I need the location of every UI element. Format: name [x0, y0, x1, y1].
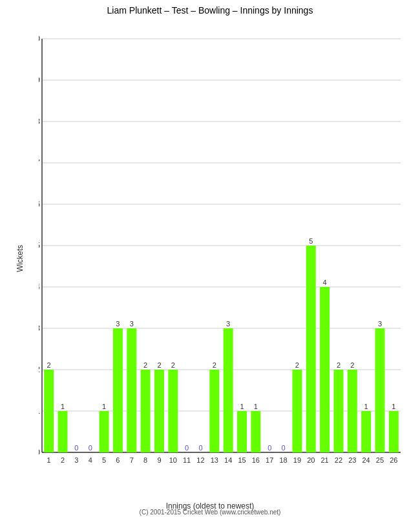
svg-text:11: 11	[183, 456, 191, 464]
svg-text:14: 14	[224, 456, 232, 464]
svg-text:6: 6	[39, 199, 40, 209]
svg-text:19: 19	[293, 456, 301, 464]
svg-rect-62	[237, 411, 247, 452]
svg-text:22: 22	[335, 456, 342, 464]
svg-text:10: 10	[169, 456, 177, 464]
svg-text:2: 2	[213, 361, 216, 369]
svg-text:8: 8	[39, 116, 40, 126]
svg-text:23: 23	[348, 456, 356, 464]
svg-text:7: 7	[39, 158, 40, 167]
svg-text:0: 0	[268, 444, 271, 452]
svg-text:3: 3	[378, 320, 382, 328]
svg-rect-87	[361, 411, 371, 452]
svg-text:24: 24	[362, 456, 370, 464]
svg-text:12: 12	[196, 456, 204, 464]
svg-text:5: 5	[39, 240, 40, 250]
svg-text:5: 5	[102, 456, 106, 464]
svg-rect-34	[100, 411, 109, 452]
svg-text:4: 4	[89, 456, 92, 464]
chart-container: Liam Plunkett – Test – Bowling – Innings…	[0, 0, 420, 517]
svg-text:1: 1	[364, 403, 368, 410]
svg-text:10: 10	[39, 34, 40, 43]
svg-text:1: 1	[39, 406, 40, 416]
svg-text:4: 4	[39, 282, 40, 291]
svg-text:25: 25	[376, 456, 384, 464]
svg-text:3: 3	[39, 323, 40, 333]
y-axis-label: Wickets	[16, 245, 25, 272]
svg-rect-27	[58, 411, 68, 452]
svg-text:8: 8	[143, 456, 147, 464]
svg-text:0: 0	[185, 444, 189, 452]
svg-rect-81	[333, 370, 343, 452]
svg-text:1: 1	[61, 403, 65, 410]
svg-text:3: 3	[74, 456, 78, 464]
svg-text:18: 18	[279, 456, 287, 464]
svg-text:0: 0	[39, 447, 40, 457]
svg-text:2: 2	[47, 361, 51, 369]
svg-text:2: 2	[350, 361, 354, 369]
svg-rect-65	[251, 411, 260, 452]
svg-rect-46	[154, 370, 164, 452]
svg-text:0: 0	[198, 444, 202, 452]
svg-rect-84	[348, 370, 357, 452]
svg-text:13: 13	[211, 456, 218, 464]
copyright-text: (C) 2001-2015 Cricket Web (www.cricketwe…	[0, 509, 420, 516]
svg-text:6: 6	[116, 456, 120, 464]
svg-rect-37	[113, 328, 123, 452]
svg-rect-40	[127, 328, 136, 452]
svg-rect-72	[292, 370, 302, 452]
svg-text:26: 26	[390, 456, 397, 464]
svg-rect-59	[224, 328, 233, 452]
svg-text:1: 1	[392, 403, 395, 410]
svg-rect-78	[320, 287, 330, 452]
svg-text:1: 1	[102, 403, 106, 410]
svg-text:0: 0	[89, 444, 92, 452]
svg-text:2: 2	[61, 456, 65, 464]
svg-text:2: 2	[157, 361, 161, 369]
svg-text:1: 1	[254, 403, 258, 410]
svg-text:5: 5	[309, 237, 313, 245]
svg-rect-24	[44, 370, 54, 452]
chart-title: Liam Plunkett – Test – Bowling – Innings…	[0, 5, 420, 16]
svg-text:7: 7	[130, 456, 134, 464]
svg-text:3: 3	[130, 320, 134, 328]
svg-text:16: 16	[252, 456, 260, 464]
svg-text:17: 17	[266, 456, 273, 464]
svg-text:0: 0	[281, 444, 285, 452]
svg-text:1: 1	[47, 456, 51, 464]
svg-text:3: 3	[226, 320, 230, 328]
svg-text:20: 20	[307, 456, 315, 464]
svg-text:21: 21	[320, 456, 328, 464]
svg-text:4: 4	[323, 279, 327, 286]
svg-text:9: 9	[39, 75, 40, 85]
svg-rect-75	[306, 246, 316, 452]
svg-rect-93	[389, 411, 399, 452]
svg-rect-56	[209, 370, 219, 452]
svg-rect-49	[168, 370, 178, 452]
svg-text:3: 3	[116, 320, 120, 328]
svg-text:0: 0	[74, 444, 78, 452]
svg-text:1: 1	[240, 403, 244, 410]
svg-text:2: 2	[39, 364, 40, 374]
chart-svg: 0123456789102112030415363728292100110122…	[39, 32, 407, 472]
svg-text:2: 2	[171, 361, 175, 369]
svg-rect-90	[375, 328, 385, 452]
svg-rect-43	[141, 370, 151, 452]
svg-text:2: 2	[295, 361, 299, 369]
svg-text:2: 2	[337, 361, 341, 369]
svg-text:9: 9	[157, 456, 161, 464]
svg-text:15: 15	[238, 456, 246, 464]
chart-area: 0123456789102112030415363728292100110122…	[39, 32, 407, 472]
svg-text:2: 2	[143, 361, 147, 369]
